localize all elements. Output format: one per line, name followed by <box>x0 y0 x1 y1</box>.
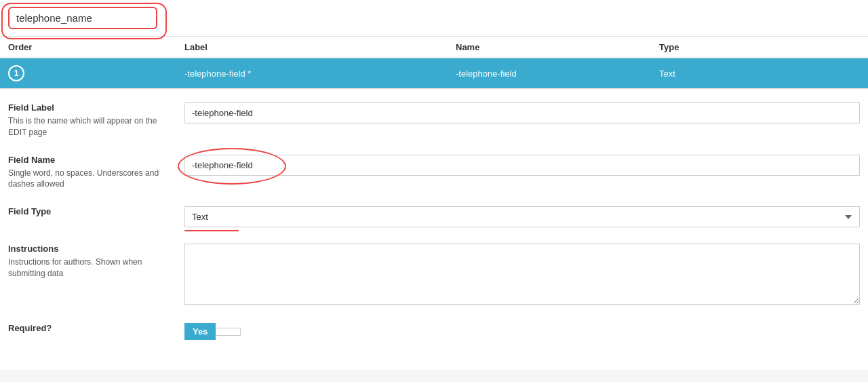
field-label-desc: This is the name which will appear on th… <box>8 115 174 138</box>
fields-table: Order Label Name Type 1 -telephone-field… <box>0 37 868 89</box>
required-yes-button[interactable]: Yes <box>184 323 216 340</box>
field-edit-form: Field Label This is the name which will … <box>0 89 868 370</box>
select-underline-annotation <box>184 230 239 231</box>
field-type-select[interactable]: Text Number Email Date Checkbox Select <box>184 206 860 227</box>
row-type: Text <box>659 69 860 79</box>
top-input-wrapper <box>8 7 157 29</box>
field-label-title: Field Label <box>8 102 174 113</box>
instructions-title: Instructions <box>8 244 174 254</box>
field-type-row: Field Type Text Number Email Date Checkb… <box>8 206 860 227</box>
field-label-group: Field Label This is the name which will … <box>8 102 184 138</box>
top-name-input[interactable] <box>8 7 157 29</box>
instructions-textarea-wrapper <box>184 244 860 307</box>
required-row: Required? Yes <box>8 323 860 340</box>
field-type-select-wrapper: Text Number Email Date Checkbox Select <box>184 206 860 227</box>
field-label-input-wrapper <box>184 102 860 123</box>
field-name-title: Field Name <box>8 155 174 165</box>
instructions-textarea[interactable] <box>184 244 860 305</box>
field-label-row: Field Label This is the name which will … <box>8 102 860 138</box>
required-no-button[interactable] <box>216 328 241 336</box>
required-title: Required? <box>8 323 174 333</box>
header-name: Name <box>456 42 659 52</box>
header-order: Order <box>8 42 184 52</box>
instructions-row: Instructions Instructions for authors. S… <box>8 244 860 307</box>
header-label: Label <box>184 42 456 52</box>
table-row[interactable]: 1 -telephone-field * -telephone-field Te… <box>0 58 868 88</box>
field-name-input-wrapper <box>184 155 860 176</box>
field-name-row: Field Name Single word, no spaces. Under… <box>8 155 860 191</box>
field-type-title: Field Type <box>8 206 174 216</box>
top-bar <box>0 0 868 37</box>
required-toggle: Yes <box>184 323 860 340</box>
row-name: -telephone-field <box>456 69 659 79</box>
table-header-row: Order Label Name Type <box>0 37 868 58</box>
required-group: Required? <box>8 323 184 336</box>
order-badge: 1 <box>8 65 24 81</box>
instructions-group: Instructions Instructions for authors. S… <box>8 244 184 280</box>
field-name-desc: Single word, no spaces. Underscores and … <box>8 168 174 191</box>
header-type: Type <box>659 42 860 52</box>
row-label: -telephone-field * <box>184 69 456 79</box>
row-order: 1 <box>8 65 184 81</box>
field-type-group: Field Type <box>8 206 184 219</box>
field-name-group: Field Name Single word, no spaces. Under… <box>8 155 184 191</box>
instructions-desc: Instructions for authors. Shown when sub… <box>8 256 174 280</box>
field-name-input[interactable] <box>184 155 860 176</box>
field-label-input[interactable] <box>184 102 860 123</box>
